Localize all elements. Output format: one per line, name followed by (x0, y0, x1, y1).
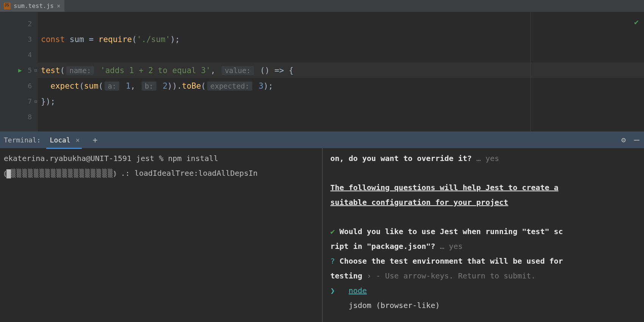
param-hint: value: (222, 66, 254, 75)
question-icon: ? (330, 256, 335, 266)
terminal-line: ? Choose the test environment that will … (330, 254, 640, 269)
terminal-line: ript in "package.json"? … yes (330, 239, 640, 254)
terminal-line: suitable configuration for your project (330, 195, 640, 210)
tab-filename: sum.test.js (14, 2, 54, 9)
param-hint: b: (142, 81, 156, 91)
terminal-header: Terminal: Local × + ⚙ — (0, 131, 644, 148)
js-file-icon (4, 3, 11, 9)
terminal-title: Terminal: (4, 136, 41, 144)
line-number: 2 (28, 20, 32, 28)
check-icon: ✔ (330, 227, 335, 236)
terminal-cursor (6, 169, 11, 178)
editor-gutter: 2 3 4 ▶5⊟ 6 7⊟ 8 (0, 12, 38, 131)
selection-arrow-icon: ❯ (330, 286, 335, 295)
param-hint: name: (66, 66, 94, 75)
line-number: 6 (28, 82, 32, 90)
code-editor[interactable]: 2 3 4 ▶5⊟ 6 7⊟ 8 const sum = require('./… (0, 12, 644, 131)
terminal-line: on, do you want to override it? … yes (330, 151, 640, 166)
add-terminal-icon[interactable]: + (93, 135, 98, 145)
terminal-right-pane[interactable]: on, do you want to override it? … yes Th… (322, 148, 644, 322)
terminal-option-selected[interactable]: ❯ node (330, 283, 640, 298)
inspection-ok-icon[interactable]: ✔ (634, 17, 639, 27)
file-tab[interactable]: sum.test.js × (0, 0, 64, 12)
line-number: 4 (28, 51, 32, 59)
terminal-body: ekaterina.ryabukha@UNIT-1591 jest % npm … (0, 148, 644, 322)
line-number: 5 (28, 66, 32, 74)
terminal-line: ✔ Would you like to use Jest when runnin… (330, 224, 640, 239)
close-icon[interactable]: × (57, 2, 61, 9)
terminal-option[interactable]: jsdom (browser-like) (330, 298, 640, 313)
minimize-icon[interactable]: — (634, 134, 639, 145)
param-hint: expected: (207, 81, 252, 91)
editor-tabbar: sum.test.js × (0, 0, 644, 12)
fold-icon[interactable]: ⊟ (34, 68, 37, 73)
fold-icon[interactable]: ⊟ (34, 99, 37, 104)
terminal-line: ekaterina.ryabukha@UNIT-1591 jest % npm … (4, 151, 318, 166)
gear-icon[interactable]: ⚙ (621, 135, 626, 144)
terminal-line: ⦅▒▒▒▒▒▒▒▒▒▒▒▒▒▒▒▒▒▒⦆ .: loadIdealTree:lo… (4, 166, 318, 181)
line-number: 8 (28, 113, 32, 121)
code-area[interactable]: const sum = require('./sum'); test(name:… (38, 12, 644, 131)
line-number: 7 (28, 97, 32, 105)
terminal-line: testing › - Use arrow-keys. Return to su… (330, 269, 640, 283)
editor-divider (530, 12, 531, 131)
terminal-left-pane[interactable]: ekaterina.ryabukha@UNIT-1591 jest % npm … (0, 148, 322, 322)
terminal-line: The following questions will help Jest t… (330, 180, 640, 195)
terminal-tab[interactable]: Local (48, 134, 73, 146)
run-test-icon[interactable]: ▶ (18, 67, 22, 74)
close-icon[interactable]: × (76, 136, 80, 144)
line-number: 3 (28, 35, 32, 43)
param-hint: a: (105, 81, 119, 91)
